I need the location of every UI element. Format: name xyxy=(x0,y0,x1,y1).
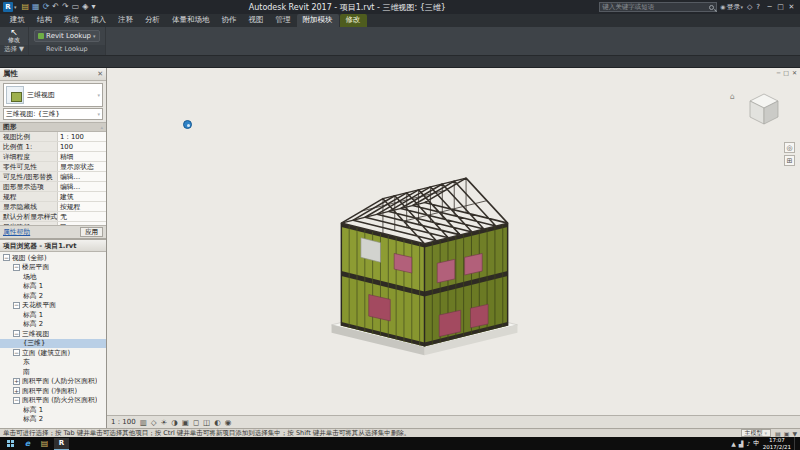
property-row[interactable]: 详细程度 精细 xyxy=(0,152,106,162)
show-desktop-button[interactable] xyxy=(794,437,798,450)
network-icon[interactable]: ▟ xyxy=(739,440,744,447)
property-value[interactable]: 精细 xyxy=(58,152,106,161)
tree-expand-icon[interactable]: − xyxy=(3,254,10,261)
revit-lookup-button[interactable]: Revit Lookup ▾ xyxy=(34,30,100,42)
revit-taskbar-icon[interactable]: R xyxy=(54,438,69,450)
open-icon[interactable]: ▤ xyxy=(22,3,30,11)
search-input[interactable] xyxy=(602,3,707,11)
ribbon-tab[interactable]: 注释 xyxy=(112,14,139,27)
tree-item[interactable]: 标高 2 xyxy=(0,415,106,425)
detail-level-icon[interactable]: ▥ xyxy=(140,418,147,427)
property-value[interactable]: 编辑... xyxy=(58,172,106,181)
view-restore-icon[interactable]: □ xyxy=(783,69,789,76)
property-row[interactable]: 比例值 1: 100 xyxy=(0,142,106,152)
ie-taskbar-icon[interactable]: e xyxy=(20,438,35,450)
property-row[interactable]: 可见性/图形替换 编辑... xyxy=(0,172,106,182)
property-row[interactable]: 零件可见性 显示原状态 xyxy=(0,162,106,172)
ribbon-tab[interactable]: 插入 xyxy=(85,14,112,27)
tree-expand-icon[interactable]: − xyxy=(13,397,20,404)
ribbon-tab[interactable]: 协作 xyxy=(216,14,243,27)
property-value[interactable]: 1 : 100 xyxy=(58,132,106,141)
tree-item[interactable]: − 面积平面 (防火分区面积) xyxy=(0,396,106,406)
apply-button[interactable]: 应用 xyxy=(80,227,103,237)
tree-item[interactable]: + 面积平面 (净面积) xyxy=(0,386,106,396)
close-button[interactable]: ✕ xyxy=(786,3,797,11)
app-menu-button[interactable]: R ▾ xyxy=(3,2,17,12)
reveal-hidden-icon[interactable]: ◉ xyxy=(225,418,232,427)
ribbon-tab[interactable]: 体量和场地 xyxy=(166,14,216,27)
editable-only-icon[interactable]: ▤ xyxy=(775,430,781,437)
3d-building-model[interactable] xyxy=(312,134,537,369)
modify-button[interactable]: ↖ 修改 xyxy=(8,28,20,44)
minimize-button[interactable]: ─ xyxy=(764,3,775,11)
steering-wheel-icon[interactable] xyxy=(183,120,192,129)
property-value[interactable]: 按规程 xyxy=(58,202,106,211)
view-cube[interactable]: ⌂ xyxy=(730,90,784,134)
property-value[interactable]: 建筑 xyxy=(58,192,106,201)
undo-icon[interactable]: ↶ xyxy=(52,3,59,11)
tree-item[interactable]: + 面积平面 (人防分区面积) xyxy=(0,377,106,387)
tree-item[interactable]: 场地 xyxy=(0,272,106,282)
tree-item[interactable]: 标高 2 xyxy=(0,320,106,330)
print-icon[interactable]: ▭ xyxy=(72,3,80,11)
switch-windows-icon[interactable]: ▾ xyxy=(91,3,95,11)
tree-item[interactable]: − 立面 (建筑立面) xyxy=(0,348,106,358)
tree-expand-icon[interactable]: − xyxy=(13,349,20,356)
workset-selector[interactable]: 主模型 ▾ xyxy=(741,429,772,437)
tree-expand-icon[interactable]: − xyxy=(13,330,20,337)
ribbon-tab[interactable]: 附加模块 xyxy=(297,14,339,27)
tree-item[interactable]: {三维} xyxy=(0,339,106,349)
save-icon[interactable]: ▦ xyxy=(32,3,40,11)
rendering-dialog-icon[interactable]: ▣ xyxy=(182,418,189,427)
ribbon-tab[interactable]: 视图 xyxy=(243,14,270,27)
temporary-hide-icon[interactable]: ◐ xyxy=(214,418,221,427)
tree-expand-icon[interactable]: − xyxy=(13,302,20,309)
crop-view-icon[interactable]: ◻ xyxy=(193,418,199,427)
ribbon-tab[interactable]: 结构 xyxy=(31,14,58,27)
tree-item[interactable]: 南 xyxy=(0,367,106,377)
tree-item[interactable]: 东 xyxy=(0,358,106,368)
crop-region-visible-icon[interactable]: ◫ xyxy=(203,418,210,427)
tree-item[interactable]: − 视图 (全部) xyxy=(0,253,106,263)
property-value[interactable]: 100 xyxy=(58,142,106,151)
language-indicator[interactable]: 中 xyxy=(753,439,760,448)
tree-item[interactable]: 标高 1 xyxy=(0,282,106,292)
tree-expand-icon[interactable]: + xyxy=(13,387,20,394)
tree-item[interactable]: 标高 2 xyxy=(0,291,106,301)
ribbon-tab[interactable]: 分析 xyxy=(139,14,166,27)
taskbar-clock[interactable]: 17:07 2017/2/21 xyxy=(763,437,791,449)
tree-expand-icon[interactable]: + xyxy=(13,378,20,385)
project-browser-header[interactable]: 项目浏览器 - 项目1.rvt xyxy=(0,240,106,252)
zoom-button[interactable]: ⊞ xyxy=(784,155,795,166)
property-row[interactable]: 默认分析显示样式 无 xyxy=(0,212,106,222)
view-close-icon[interactable]: ✕ xyxy=(792,69,797,76)
volume-icon[interactable]: ♪ xyxy=(746,440,750,447)
property-value[interactable]: 无 xyxy=(58,212,106,221)
search-box[interactable] xyxy=(599,2,717,12)
drawing-area[interactable]: ─□✕ xyxy=(107,68,800,428)
design-options-icon[interactable]: ▣ xyxy=(784,430,790,437)
tree-item[interactable]: 标高 1 xyxy=(0,310,106,320)
property-value[interactable]: 编辑... xyxy=(58,182,106,191)
scale-indicator[interactable]: 1 : 100 xyxy=(111,418,136,426)
properties-help-link[interactable]: 属性帮助 xyxy=(3,227,30,237)
tree-item[interactable]: − 楼层平面 xyxy=(0,263,106,273)
help-icon[interactable]: ? xyxy=(756,3,760,11)
property-row[interactable]: 规程 建筑 xyxy=(0,192,106,202)
start-button[interactable] xyxy=(2,437,18,450)
sync-icon[interactable]: ⟳ xyxy=(43,3,50,11)
steering-wheel-button[interactable]: ◎ xyxy=(784,142,795,153)
close-icon[interactable]: ✕ xyxy=(97,70,103,78)
visual-style-icon[interactable]: ◇ xyxy=(151,418,157,427)
default-3d-view-icon[interactable]: ◈ xyxy=(82,3,88,11)
signin-button[interactable]: ◉登录▾ xyxy=(720,2,743,12)
home-icon[interactable]: ⌂ xyxy=(730,92,735,101)
property-row[interactable]: 图形显示选项 编辑... xyxy=(0,182,106,192)
ribbon-tab[interactable]: 系统 xyxy=(58,14,85,27)
search-icon[interactable] xyxy=(709,5,714,10)
ribbon-tab[interactable]: 修改 xyxy=(340,14,367,27)
property-row[interactable]: 视图比例 1 : 100 xyxy=(0,132,106,142)
type-selector[interactable]: 三维视图 ▾ xyxy=(3,83,103,107)
properties-header[interactable]: 属性 ✕ xyxy=(0,68,106,81)
redo-icon[interactable]: ↷ xyxy=(62,3,69,11)
